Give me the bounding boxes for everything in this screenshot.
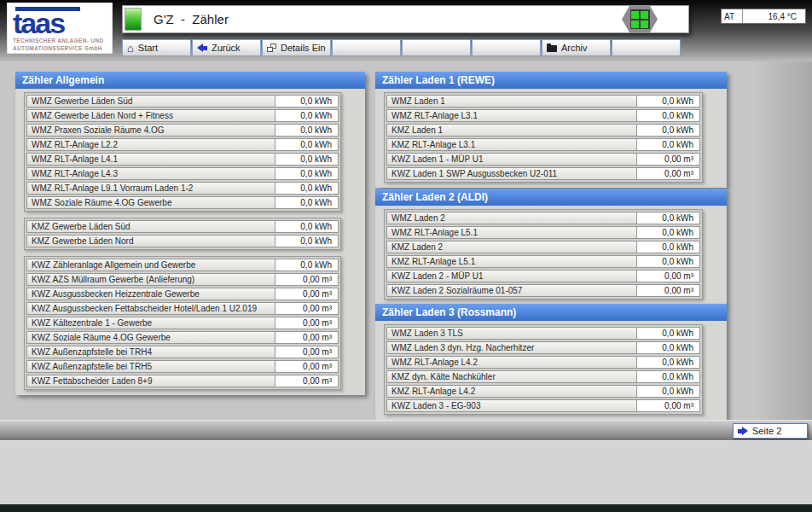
toolbar-button-label: Details Ein xyxy=(281,43,326,53)
toolbar-button-zurück[interactable]: Zurück xyxy=(192,39,261,56)
bottom-bar xyxy=(0,504,812,512)
meter-row: WMZ Gewerbe Läden Nord + Fitness0,0 kWh xyxy=(26,109,339,122)
toolbar-button-empty-8[interactable] xyxy=(612,39,681,56)
meter-value: 0,00 m³ xyxy=(636,154,699,165)
meter-value: 0,0 kWh xyxy=(275,236,338,247)
meter-label: KWZ Zähleranlage Allgemein und Gewerbe xyxy=(27,259,275,271)
meter-row: WMZ RLT-Anlage L2.20,0 kWh xyxy=(26,138,339,151)
meter-row: WMZ Laden 10,0 kWh xyxy=(386,95,700,108)
meter-value: 0,00 m³ xyxy=(275,317,338,329)
panel-zaehler-laden-1-rewe: Zähler Laden 1 (REWE) WMZ Laden 10,0 kWh… xyxy=(375,72,727,188)
meter-row: WMZ RLT-Anlage L5.10,0 kWh xyxy=(386,226,700,239)
meter-row: KWZ Laden 2 - MÜP U10,00 m³ xyxy=(386,270,700,282)
meter-row: WMZ RLT-Anlage L4.10,0 kWh xyxy=(26,153,339,166)
meter-value: 0,0 kWh xyxy=(636,96,699,107)
next-page-label: Seite 2 xyxy=(752,426,781,436)
meter-row: WMZ RLT-Anlage L3.10,0 kWh xyxy=(386,109,700,122)
meter-value: 0,0 kWh xyxy=(636,227,699,238)
meter-label: KWZ Laden 1 SWP Ausgussbecken U2-011 xyxy=(387,168,636,179)
arrow-left-icon xyxy=(197,44,207,52)
meter-label: WMZ Soziale Räume 4.OG Gewerbe xyxy=(27,197,275,208)
toolbar-button-empty-5[interactable] xyxy=(402,39,471,56)
logo-subtitle-2: AUTOMATIONSSERVICE GmbH xyxy=(13,45,107,52)
meter-label: WMZ RLT-Anlage L9.1 Vorraum Laden 1-2 xyxy=(27,183,275,194)
meter-row: WMZ Laden 20,0 kWh xyxy=(386,212,700,224)
meter-label: KWZ AZS Müllraum Gewerbe (Anlieferung) xyxy=(27,274,275,285)
meter-value: 0,0 kWh xyxy=(275,110,338,121)
meter-label: WMZ RLT-Anlage L4.2 xyxy=(387,357,636,368)
meter-row: KWZ Laden 2 Sozialräume 01-0570,00 m³ xyxy=(386,284,700,297)
meter-label: WMZ Praxen Soziale Räume 4.OG xyxy=(27,125,275,136)
meter-row: KWZ Ausgussbecken Fettabscheider Hotel/L… xyxy=(26,302,339,315)
meter-row: KWZ Laden 1 SWP Ausgussbecken U2-0110,00… xyxy=(386,167,700,180)
panel-title: Zähler Allgemein xyxy=(15,72,365,89)
panel-zaehler-laden-2-aldi: Zähler Laden 2 (ALDI) WMZ Laden 20,0 kWh… xyxy=(375,189,727,305)
meter-row: KWZ Außenzapfstelle bei TRH40,00 m³ xyxy=(26,346,339,358)
meter-row: KWZ Außenzapfstelle bei TRH50,00 m³ xyxy=(26,360,339,373)
meter-value: 0,0 kWh xyxy=(636,139,699,150)
meter-row: KMZ Laden 10,0 kWh xyxy=(386,124,700,137)
meter-group: KWZ Zähleranlage Allgemein und Gewerbe0,… xyxy=(24,256,341,390)
panel-title: Zähler Laden 1 (REWE) xyxy=(375,72,727,89)
meter-row: WMZ Praxen Soziale Räume 4.OG0,0 kWh xyxy=(26,124,339,137)
meter-label: WMZ RLT-Anlage L5.1 xyxy=(387,227,636,238)
meter-row: KWZ Soziale Räume 4.OG Gewerbe0,00 m³ xyxy=(26,331,339,344)
meter-row: KMZ RLT-Anlage L5.10,0 kWh xyxy=(386,255,700,268)
meter-label: WMZ Laden 2 xyxy=(387,212,636,224)
meter-value: 0,0 kWh xyxy=(275,125,338,136)
meter-group: WMZ Laden 3 TLS0,0 kWhWMZ Laden 3 dyn. H… xyxy=(384,324,703,415)
meter-value: 0,0 kWh xyxy=(636,110,699,121)
meter-value: 0,0 kWh xyxy=(275,183,338,194)
meter-label: KWZ Laden 3 - EG-903 xyxy=(387,400,636,411)
meter-value: 0,00 m³ xyxy=(275,288,338,300)
meter-value: 0,0 kWh xyxy=(275,259,338,271)
company-logo: taas TECHNISCHER ANLAGEN- UND AUTOMATION… xyxy=(7,3,113,54)
panel-body: WMZ Laden 20,0 kWhWMZ RLT-Anlage L5.10,0… xyxy=(375,206,727,305)
green-grid-hexagon-icon[interactable] xyxy=(622,6,658,33)
title-bar: G'Z - Zähler xyxy=(122,5,689,33)
meter-label: KMZ dyn. Kälte Nachkühler xyxy=(387,371,636,382)
panel-zaehler-allgemein: Zähler Allgemein WMZ Gewerbe Läden Süd0,… xyxy=(15,72,365,395)
meter-label: WMZ RLT-Anlage L4.3 xyxy=(27,168,275,179)
toolbar-button-label: Zurück xyxy=(212,43,241,53)
meter-label: WMZ RLT-Anlage L2.2 xyxy=(27,139,275,150)
meter-value: 0,0 kWh xyxy=(636,342,699,353)
meter-label: KWZ Ausgussbecken Fettabscheider Hotel/L… xyxy=(27,303,275,314)
meter-value: 0,00 m³ xyxy=(275,361,338,372)
meter-group: WMZ Gewerbe Läden Süd0,0 kWhWMZ Gewerbe … xyxy=(24,92,341,212)
meter-group: WMZ Laden 20,0 kWhWMZ RLT-Anlage L5.10,0… xyxy=(384,209,703,300)
toolbar-button-empty-4[interactable] xyxy=(332,39,401,56)
toolbar-button-archiv[interactable]: Archiv xyxy=(542,39,611,56)
meter-label: KWZ Laden 1 - MÜP U1 xyxy=(387,154,636,165)
next-page-button[interactable]: Seite 2 xyxy=(733,423,808,439)
meter-row: KWZ Fettabscheider Laden 8+90,00 m³ xyxy=(26,375,339,387)
meter-row: KMZ Gewerbe Läden Süd0,0 kWh xyxy=(26,220,339,233)
meter-label: WMZ Gewerbe Läden Nord + Fitness xyxy=(27,110,275,121)
outdoor-temperature-label: AT xyxy=(722,9,743,23)
meter-label: KMZ RLT-Anlage L4.2 xyxy=(387,386,636,397)
logo-brand-text: taas xyxy=(13,11,107,37)
meter-label: WMZ Laden 3 TLS xyxy=(387,328,636,339)
toolbar-button-label: Archiv xyxy=(561,43,588,53)
panel-body: WMZ Laden 3 TLS0,0 kWhWMZ Laden 3 dyn. H… xyxy=(375,321,727,420)
meter-value: 0,0 kWh xyxy=(275,168,338,179)
toolbar-button-start[interactable]: ⌂Start xyxy=(122,39,191,56)
meter-value: 0,0 kWh xyxy=(636,328,699,339)
toolbar-button-details-ein[interactable]: Details Ein xyxy=(262,39,331,56)
meter-value: 0,00 m³ xyxy=(636,400,699,411)
toolbar-button-empty-6[interactable] xyxy=(472,39,541,56)
meter-label: WMZ Laden 3 dyn. Hzg. Nacherhitzer xyxy=(387,342,636,353)
meter-row: KWZ Kältezentrale 1 - Gewerbe0,00 m³ xyxy=(26,317,339,329)
hexagon-grid xyxy=(630,9,650,29)
panel-body: WMZ Gewerbe Läden Süd0,0 kWhWMZ Gewerbe … xyxy=(15,89,365,395)
meter-value: 0,0 kWh xyxy=(636,212,699,224)
meter-value: 0,00 m³ xyxy=(275,346,338,358)
meter-value: 0,00 m³ xyxy=(636,285,699,296)
meter-label: WMZ Laden 1 xyxy=(387,96,636,107)
panel-zaehler-laden-3-rossmann: Zähler Laden 3 (Rossmann) WMZ Laden 3 TL… xyxy=(375,304,727,420)
meter-value: 0,00 m³ xyxy=(275,274,338,285)
meter-value: 0,0 kWh xyxy=(636,386,699,397)
meter-value: 0,0 kWh xyxy=(275,197,338,208)
screen: taas TECHNISCHER ANLAGEN- UND AUTOMATION… xyxy=(0,0,812,512)
windows-icon xyxy=(267,44,276,52)
